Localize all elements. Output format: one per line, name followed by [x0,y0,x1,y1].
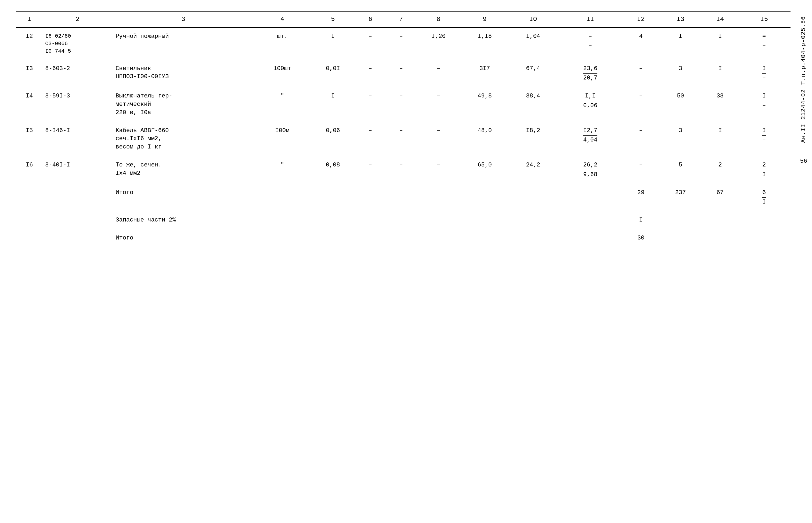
margin-text-3: Ан.II [800,124,807,143]
cell-row3-col15: I – [738,122,791,156]
cell-row3-col10: I8,2 [509,122,558,156]
itogo2-col13 [658,229,702,247]
cell-row4-col8: – [417,156,461,184]
cell-row4-col11: 26,2 9,68 [558,156,623,184]
itogo-col5 [311,184,355,212]
cell-row0-col3: Ручной пожарный [113,28,253,60]
cell-row0-col1: I2 [16,28,42,60]
cell-row1-col14: I [702,60,738,88]
cell-row0-col5: I [311,28,355,60]
header-col1: I [16,11,42,28]
cell-row3-col2: 8-I46-I [42,122,113,156]
header-col4: 4 [254,11,311,28]
cell-row3-col4: I00м [254,122,311,156]
cell-row3-col7: – [386,122,417,156]
header-col10: IO [509,11,558,28]
header-row: I 2 3 4 5 6 7 8 9 IO II I2 I3 I4 I5 [16,11,791,28]
itogo2-col1 [16,229,42,247]
header-col3: 3 [113,11,253,28]
zapchasti-col13 [658,211,702,229]
header-col6: 6 [355,11,386,28]
header-col12: I2 [623,11,658,28]
fraction-row2-col11: I,I 0,06 [583,92,597,110]
cell-row3-col13: 3 [658,122,702,156]
cell-row4-col15: 2 I [738,156,791,184]
cell-row0-col9: I,I8 [460,28,509,60]
cell-row4-col9: 65,0 [460,156,509,184]
cell-row2-col3: Выключатель гер- метический 220 в, I0а [113,87,253,122]
cell-row4-col5: 0,08 [311,156,355,184]
itogo-col8 [417,184,461,212]
cell-row3-col8: – [417,122,461,156]
itogo-label: Итого [113,184,253,212]
cell-row2-col6: – [355,87,386,122]
cell-row0-col6: – [355,28,386,60]
cell-row0-col8: I,20 [417,28,461,60]
table-row: I4 8-59I-3 Выключатель гер- метический 2… [16,87,791,122]
cell-row2-col14: 38 [702,87,738,122]
cell-row4-col12: – [623,156,658,184]
cell-row1-col7: – [386,60,417,88]
fraction-row0-col11: – – [588,33,592,51]
fraction-row1-col11: 23,6 20,7 [583,65,597,83]
zapchasti-empty [254,211,623,229]
itogo-col11 [558,184,623,212]
cell-row2-col12: – [623,87,658,122]
cell-row1-col15: I – [738,60,791,88]
itogo-col6 [355,184,386,212]
cell-row0-col12: 4 [623,28,658,60]
fraction-row1-col15: I – [762,65,766,83]
cell-row0-col7: – [386,28,417,60]
margin-text-1: Т.п.р.404-р-025.86 [800,16,807,85]
page-container: I 2 3 4 5 6 7 8 9 IO II I2 I3 I4 I5 I2 I [0,0,812,523]
header-col5: 5 [311,11,355,28]
cell-row4-col1: I6 [16,156,42,184]
table-row: I6 8-40I-I То же, сечен. Iх4 мм2 " 0,08 … [16,156,791,184]
cell-row2-col13: 50 [658,87,702,122]
itogo-col15: 6 I [738,184,791,212]
cell-row1-col8: – [417,60,461,88]
header-col9: 9 [460,11,509,28]
cell-row2-col9: 49,8 [460,87,509,122]
cell-row2-col11: I,I 0,06 [558,87,623,122]
cell-row2-col10: 38,4 [509,87,558,122]
cell-row0-col4: шт. [254,28,311,60]
header-col2: 2 [42,11,113,28]
itogo2-row: Итого 30 [16,229,791,247]
cell-row0-col13: I [658,28,702,60]
cell-row4-col2: 8-40I-I [42,156,113,184]
cell-row1-col3: Светильник НППОЗ-I00-00IУЗ [113,60,253,88]
zapchasti-label: Запасные части 2% [113,211,253,229]
cell-row0-col15: = – [738,28,791,60]
cell-row3-col3: Кабель АВВГ-660 сеч.IхI6 мм2, весом до I… [113,122,253,156]
cell-row1-col1: I3 [16,60,42,88]
right-margin: Т.п.р.404-р-025.86 21244-02 Ан.II 56 [800,16,807,165]
margin-text-4: 56 [800,158,807,165]
cell-row3-col12: – [623,122,658,156]
table-row: I2 I6-02/80 C3-0066 I0-744-5 Ручной пожа… [16,28,791,60]
cell-row4-col10: 24,2 [509,156,558,184]
cell-row1-col6: – [355,60,386,88]
cell-row0-col10: I,04 [509,28,558,60]
cell-row2-col1: I4 [16,87,42,122]
cell-row4-col14: 2 [702,156,738,184]
zapchasti-col1 [16,211,42,229]
itogo-col14: 67 [702,184,738,212]
header-col8: 8 [417,11,461,28]
zapchasti-col14 [702,211,738,229]
header-col11: II [558,11,623,28]
table-row: I3 8-603-2 Светильник НППОЗ-I00-00IУЗ 10… [16,60,791,88]
itogo2-label: Итого [113,229,253,247]
cell-row4-col3: То же, сечен. Iх4 мм2 [113,156,253,184]
fraction-itogo-col15: 6 I [762,189,766,207]
cell-row4-col13: 5 [658,156,702,184]
cell-row4-col4: " [254,156,311,184]
itogo2-col15 [738,229,791,247]
itogo-col13: 237 [658,184,702,212]
cell-row0-col14: I [702,28,738,60]
cell-row4-col7: – [386,156,417,184]
cell-row1-col11: 23,6 20,7 [558,60,623,88]
fraction-row4-col15: 2 I [762,161,766,179]
zapchasti-col12: I [623,211,658,229]
header-col14: I4 [702,11,738,28]
